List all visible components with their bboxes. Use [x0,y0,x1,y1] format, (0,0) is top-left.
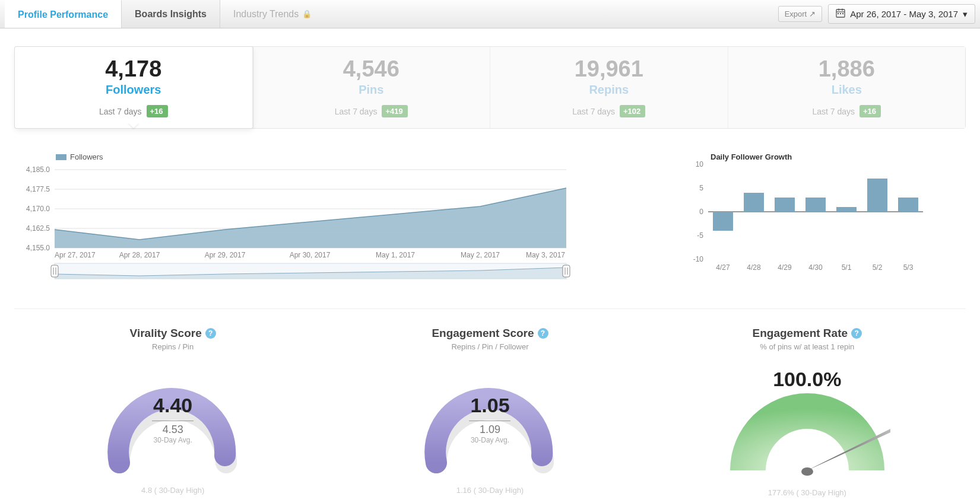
virality-subtitle: Repins / Pin [48,342,297,351]
pins-sub-text: Last 7 days [335,107,378,116]
x-tick: May 3, 2017 [526,251,565,259]
y-tick: -10 [693,255,703,263]
pins-delta-badge: +419 [382,105,407,117]
stat-card-repins[interactable]: 19,961 Repins Last 7 days +102 [490,47,728,128]
y-tick: 4,155.0 [26,244,50,252]
content-area: 4,178 Followers Last 7 days +16 4,546 Pi… [0,28,980,503]
x-tick: 4/30 [808,263,823,271]
y-tick: 4,177.5 [26,185,50,193]
x-tick: 4/29 [778,263,792,271]
brush-handle-left[interactable] [51,265,58,277]
x-tick: 4/27 [716,263,730,271]
date-range-text: Apr 26, 2017 - May 3, 2017 [850,9,958,19]
virality-center: 4.40 4.53 30-Day Avg. [48,394,297,444]
caret-down-icon: ▾ [963,9,968,20]
x-tick: Apr 28, 2017 [119,251,160,259]
legend-swatch-icon [56,154,66,160]
lock-icon: 🔒 [302,9,312,18]
rate-value: 100.0% [683,368,932,391]
legend-label: Followers [70,152,103,161]
bar [805,198,826,212]
followers-sub-text: Last 7 days [99,107,142,116]
bar [836,207,857,212]
y-tick: 10 [695,160,703,168]
engagement-subtitle: Repins / Pin / Follower [365,342,614,351]
bar [744,193,764,212]
x-tick: 5/1 [841,263,851,271]
help-icon[interactable]: ? [851,328,862,339]
calendar-icon [836,8,845,20]
nav-tabs: Profile Performance Boards Insights Indu… [5,0,325,28]
engagement-footer: 1.16 ( 30-Day High) [365,486,614,495]
followers-value: 4,178 [21,56,246,82]
tab-industry-label: Industry Trends [233,9,299,20]
tab-profile-performance[interactable]: Profile Performance [5,0,122,28]
gauge-divider [152,421,194,421]
gauges-row: Virality Score ? Repins / Pin 4.40 4.53 … [14,327,966,497]
followers-label: Followers [21,83,246,97]
repins-delta-badge: +102 [620,105,645,117]
rate-gauge-svg [712,393,902,482]
followers-sub: Last 7 days +16 [21,105,246,117]
date-range-picker[interactable]: Apr 26, 2017 - May 3, 2017 ▾ [828,4,975,24]
tab-boards-insights[interactable]: Boards Insights [122,0,220,28]
topbar-right: Export ↗ Apr 26, 2017 - May 3, 2017 ▾ [778,4,975,24]
stat-cards-row: 4,178 Followers Last 7 days +16 4,546 Pi… [14,46,966,129]
brush-handle-right[interactable] [563,265,570,277]
y-tick: 0 [699,208,703,216]
followers-area-chart: 4,185.0 4,177.5 4,170.0 4,162.5 4,155.0 … [14,164,572,282]
daily-growth-bar-chart: Daily Follower Growth 10 5 0 -5 -10 4/27 [680,152,929,271]
likes-value: 1,886 [734,56,960,82]
y-tick: 4,162.5 [26,224,50,233]
stat-card-pins[interactable]: 4,546 Pins Last 7 days +419 [253,47,491,128]
svg-rect-5 [840,13,841,14]
tab-industry-trends: Industry Trends 🔒 [220,0,325,28]
export-button[interactable]: Export ↗ [778,6,823,22]
pins-value: 4,546 [259,56,484,82]
svg-rect-13 [51,265,58,277]
likes-sub-text: Last 7 days [812,107,855,116]
likes-sub: Last 7 days +16 [734,105,960,117]
engagement-value: 1.05 [365,394,614,417]
needle-hub [801,467,813,476]
x-tick: May 1, 2017 [376,251,415,259]
engagement-rate-gauge: Engagement Rate ? % of pins w/ at least … [683,327,932,497]
help-icon[interactable]: ? [538,328,548,339]
likes-label: Likes [734,83,960,97]
x-tick: May 2, 2017 [461,251,500,259]
x-tick: 4/28 [747,263,761,271]
y-tick: 4,170.0 [26,205,50,213]
repins-label: Repins [496,83,722,97]
bar [898,198,918,212]
engagement-title-text: Engagement Score [432,327,534,340]
help-icon[interactable]: ? [205,328,216,339]
y-tick: 5 [699,184,703,192]
svg-rect-4 [838,13,839,14]
rate-title: Engagement Rate ? [753,327,862,340]
stat-card-likes[interactable]: 1,886 Likes Last 7 days +16 [728,47,966,128]
pins-sub: Last 7 days +419 [259,105,484,117]
top-bar: Profile Performance Boards Insights Indu… [0,0,980,28]
virality-title: Virality Score ? [130,327,216,340]
engagement-avg-label: 30-Day Avg. [365,436,614,444]
y-tick: -5 [697,231,703,240]
chart-legend: Followers [56,152,644,161]
bar [775,198,795,212]
virality-footer: 4.8 ( 30-Day High) [48,486,297,495]
engagement-avg: 1.09 [365,424,614,436]
rate-subtitle: % of pins w/ at least 1 repin [683,342,932,351]
chart-brush[interactable] [51,263,570,279]
section-divider [14,308,966,309]
virality-gauge: Virality Score ? Repins / Pin 4.40 4.53 … [48,327,297,497]
x-tick: Apr 30, 2017 [290,251,331,259]
followers-delta-badge: +16 [147,105,168,117]
x-tick: Apr 27, 2017 [55,251,96,259]
export-label: Export [785,9,807,18]
external-link-icon: ↗ [809,9,816,18]
side-chart-title: Daily Follower Growth [711,152,792,161]
rate-footer: 177.6% ( 30-Day High) [683,488,932,497]
stat-card-followers[interactable]: 4,178 Followers Last 7 days +16 [15,47,253,128]
svg-rect-6 [842,13,843,14]
x-tick: Apr 29, 2017 [205,251,246,259]
engagement-center: 1.05 1.09 30-Day Avg. [365,394,614,444]
